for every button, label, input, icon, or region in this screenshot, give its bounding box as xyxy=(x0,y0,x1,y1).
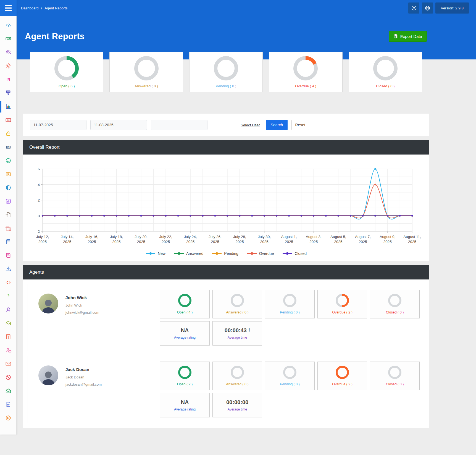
chart-legend: NewAnsweredPendingOverdueClosed xyxy=(28,249,424,260)
donut-overdue xyxy=(336,294,349,308)
open-email-icon xyxy=(5,320,12,328)
user-filter-input[interactable] xyxy=(151,120,207,130)
sidebar-item-archive[interactable] xyxy=(0,222,16,236)
agent-card: John Wick John Wick johnwick@gmail.com O… xyxy=(28,284,424,351)
sidebar-item-reports[interactable] xyxy=(0,100,16,114)
knowledgebase-icon xyxy=(5,252,12,260)
svg-text:2025: 2025 xyxy=(359,240,367,244)
sidebar-item-settings[interactable] xyxy=(0,59,16,73)
svg-text:2025: 2025 xyxy=(383,240,392,244)
word-doc-icon: W xyxy=(5,401,12,409)
svg-text:August 5,: August 5, xyxy=(330,235,346,239)
sidebar-item-shortcodes[interactable]: [/] xyxy=(0,73,16,87)
svg-text:-2: -2 xyxy=(36,229,40,234)
sidebar-item-word-doc[interactable]: W xyxy=(0,398,16,412)
satisfaction-icon xyxy=(5,157,12,165)
sidebar-item-customers[interactable] xyxy=(0,46,16,59)
sidebar-item-support-agent[interactable] xyxy=(0,303,16,317)
sidebar-item-blocked[interactable] xyxy=(0,371,16,385)
donut-pending xyxy=(283,294,296,308)
sidebar-item-analytics[interactable] xyxy=(0,195,16,208)
breadcrumb: Dashboard / Agent Reports xyxy=(21,6,67,10)
sidebar-item-spreadsheet[interactable] xyxy=(0,330,16,344)
sidebar-item-open-email[interactable] xyxy=(0,317,16,330)
sidebar-item-downloads[interactable] xyxy=(0,263,16,276)
agent-stat-answered: Answered ( 0 ) xyxy=(212,362,262,390)
sidebar-item-email-notifications[interactable]: @ xyxy=(0,114,16,127)
permissions-icon xyxy=(5,130,12,138)
sidebar-item-user-cloud[interactable] xyxy=(0,344,16,357)
agent-profile: Jack Dosan Jack Dosan jackdosan@gmail.co… xyxy=(32,362,152,417)
svg-text:July 20,: July 20, xyxy=(135,235,148,239)
legend-item-answered[interactable]: Answered xyxy=(174,251,203,256)
donut-open xyxy=(178,294,191,308)
sidebar-item-contrast[interactable] xyxy=(0,181,16,195)
analytics-icon xyxy=(5,198,12,206)
legend-item-overdue[interactable]: Overdue xyxy=(247,251,274,256)
menu-toggle-icon[interactable] xyxy=(0,0,17,16)
sidebar-item-dashboard[interactable] xyxy=(0,19,16,32)
donut-overdue xyxy=(336,366,349,380)
sidebar-item-calculations[interactable] xyxy=(0,236,16,249)
agents-icon xyxy=(5,171,12,179)
sidebar-item-permissions[interactable] xyxy=(0,127,16,141)
agent-email: johnwick@gmail.com xyxy=(65,310,99,315)
donut-pending xyxy=(283,366,296,380)
date-to-input[interactable] xyxy=(90,120,147,130)
svg-text:2025: 2025 xyxy=(408,240,416,244)
sidebar-item-ads[interactable]: ad xyxy=(0,141,16,154)
svg-text:July 26,: July 26, xyxy=(209,235,222,239)
sidebar-item-email[interactable] xyxy=(0,357,16,371)
user-cloud-icon xyxy=(5,347,12,355)
sidebar-item-agents[interactable] xyxy=(0,168,16,181)
sidebar: [/]@ad?ccW xyxy=(0,0,17,435)
summary-cards: Open ( 6 ) Answered ( 0 ) Pending ( 0 ) … xyxy=(30,52,422,92)
export-data-button[interactable]: Export Data xyxy=(389,31,427,42)
summary-label-answered: Answered ( 0 ) xyxy=(135,84,158,88)
agent-profile: John Wick John Wick johnwick@gmail.com xyxy=(32,290,152,346)
email-notifications-icon: @ xyxy=(5,117,12,124)
agent-stat-closed: Closed ( 0 ) xyxy=(370,290,420,318)
sidebar-item-knowledgebase[interactable] xyxy=(0,249,16,263)
agent-card: Jack Dosan Jack Dosan jackdosan@gmail.co… xyxy=(28,356,424,423)
reset-button[interactable]: Reset xyxy=(291,120,309,130)
sidebar-item-import-export[interactable] xyxy=(0,208,16,222)
svg-text:July 16,: July 16, xyxy=(85,235,98,239)
sidebar-item-cc-email[interactable]: cc xyxy=(0,385,16,398)
svg-text:August 3,: August 3, xyxy=(306,235,322,239)
svg-text:2025: 2025 xyxy=(112,240,121,244)
agent-stat-closed: Closed ( 0 ) xyxy=(370,362,420,390)
sidebar-item-appearance[interactable] xyxy=(0,87,16,100)
agent-stat-answered: Answered ( 0 ) xyxy=(212,290,262,318)
shortcodes-icon: [/] xyxy=(5,76,12,84)
agents-panel: John Wick John Wick johnwick@gmail.com O… xyxy=(23,279,429,428)
sidebar-item-lifebuoy[interactable] xyxy=(0,412,16,425)
downloads-icon xyxy=(5,266,12,273)
topbar: Dashboard / Agent Reports Version: 2.9.8 xyxy=(17,0,476,16)
svg-text:4: 4 xyxy=(38,183,40,187)
legend-item-closed[interactable]: Closed xyxy=(282,251,307,256)
reports-icon xyxy=(5,103,12,111)
dashboard-icon xyxy=(5,22,12,30)
overall-report-chart: -20246July 12,2025July 14,2025July 16,20… xyxy=(23,155,429,261)
sidebar-item-faq[interactable]: ? xyxy=(0,290,16,303)
search-button[interactable]: Search xyxy=(266,120,288,130)
sidebar-item-tickets[interactable] xyxy=(0,32,16,46)
donut-answered xyxy=(134,56,159,82)
summary-label-open: Open ( 6 ) xyxy=(59,84,75,88)
legend-item-new[interactable]: New xyxy=(145,251,165,256)
customers-icon xyxy=(5,49,12,57)
settings-icon[interactable] xyxy=(408,2,419,14)
donut-answered xyxy=(231,294,244,308)
select-user-link[interactable]: Select User xyxy=(241,123,260,127)
sidebar-item-satisfaction[interactable] xyxy=(0,154,16,168)
legend-item-pending[interactable]: Pending xyxy=(212,251,238,256)
help-icon[interactable] xyxy=(422,2,433,14)
date-from-input[interactable] xyxy=(30,120,86,130)
sidebar-item-announcements[interactable] xyxy=(0,276,16,290)
breadcrumb-current: Agent Reports xyxy=(44,6,67,10)
summary-label-overdue: Overdue ( 4 ) xyxy=(295,84,316,88)
breadcrumb-dashboard-link[interactable]: Dashboard xyxy=(21,6,39,10)
donut-closed xyxy=(373,56,398,82)
agent-average-rating: NA Average rating xyxy=(160,321,210,346)
